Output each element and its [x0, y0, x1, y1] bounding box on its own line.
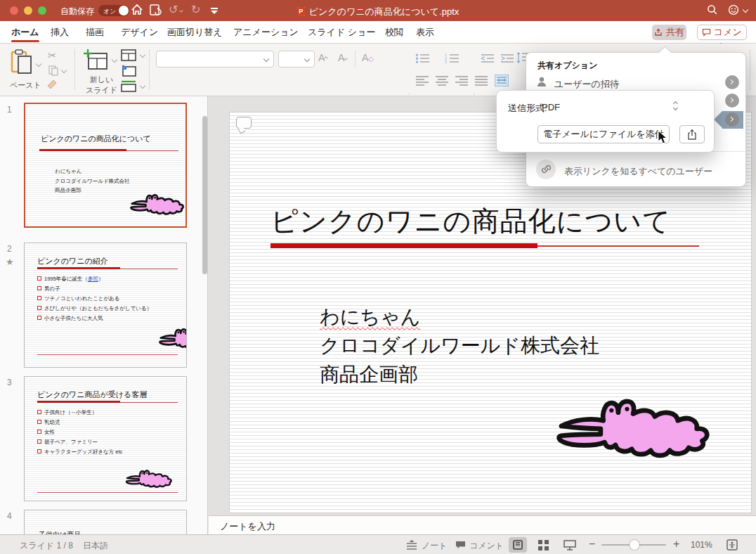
- justify-button[interactable]: [475, 76, 488, 86]
- tab-draw[interactable]: 描画: [86, 21, 104, 43]
- comment-bubble-icon[interactable]: [236, 117, 252, 129]
- zoom-out-button[interactable]: −: [589, 538, 595, 550]
- cut-icon[interactable]: ✂: [48, 49, 57, 62]
- pink-crocodile-drawing: [125, 466, 174, 489]
- zoom-level[interactable]: 101%: [691, 540, 712, 550]
- feedback-smiley-icon[interactable]: [728, 4, 739, 15]
- language-indicator[interactable]: 日本語: [83, 540, 108, 552]
- section-button[interactable]: [121, 80, 136, 92]
- notes-pane[interactable]: ノートを入力: [209, 515, 756, 534]
- slide-number: 3: [7, 378, 12, 387]
- send-format-value[interactable]: PDF: [542, 102, 560, 112]
- share-popover-title: 共有オプション: [537, 60, 597, 72]
- copy-link-chevron-button[interactable]: [725, 94, 739, 108]
- comments-button[interactable]: コメント: [697, 25, 747, 40]
- slide-subtitle[interactable]: わにちゃん クロコダイルワールド株式会社 商品企画部: [320, 302, 599, 389]
- font-size-select[interactable]: [278, 51, 315, 67]
- invite-people-row[interactable]: ユーザーの招待: [554, 78, 619, 91]
- anyone-with-link-row[interactable]: 表示リンクを知るすべてのユーザー: [564, 165, 712, 178]
- tab-slideshow[interactable]: スライド ショー: [308, 21, 375, 43]
- notes-placeholder: ノートを入力: [220, 520, 275, 533]
- reference-link[interactable]: 参照: [88, 276, 98, 282]
- paste-dropdown-chevron[interactable]: [36, 61, 41, 67]
- slide-thumbnail-panel: 1 ピンクのワニの商品化について わにちゃん クロコダイルワールド株式会社 商品…: [0, 96, 208, 534]
- copy-dropdown-chevron[interactable]: [61, 67, 67, 73]
- pink-crocodile-drawing: [129, 190, 187, 217]
- thumbnail-scrollbar[interactable]: [202, 116, 207, 274]
- tab-insert[interactable]: 挿入: [51, 21, 69, 43]
- comments-toggle-label[interactable]: コメント: [469, 540, 504, 552]
- status-bar: スライド 1 / 8 日本語 ノート コメント − + 101%: [0, 534, 756, 554]
- tab-animations[interactable]: アニメーション: [233, 21, 299, 43]
- section-chevron[interactable]: [140, 83, 145, 89]
- pink-crocodile-drawing: [158, 324, 187, 351]
- mouse-cursor: [658, 130, 670, 146]
- titlebar: 自動保存 オン ↺ ↻ ピンクのワニの商品化について.pptx: [0, 0, 756, 21]
- link-icon: [541, 165, 552, 174]
- clear-formatting-button[interactable]: A◇: [362, 52, 374, 63]
- font-name-select[interactable]: [156, 51, 274, 67]
- layout-chevron[interactable]: [140, 52, 145, 58]
- columns-button[interactable]: [495, 75, 509, 86]
- send-copy-popover: 送信形式: PDF 電子メールにファイルを添付: [496, 90, 715, 153]
- decrease-indent-button[interactable]: [481, 53, 495, 64]
- thumbnail-slide-4[interactable]: 子供向け商品: [24, 510, 187, 534]
- thumb2-title: ピンクのワニの紹介: [37, 256, 108, 266]
- new-slide-chevron[interactable]: [112, 57, 117, 63]
- normal-view-button[interactable]: [509, 537, 527, 553]
- selected-row-band-notch: [714, 111, 722, 128]
- notes-toggle-icon[interactable]: [406, 540, 417, 550]
- numbering-button[interactable]: 123: [444, 53, 460, 64]
- copy-icon[interactable]: [48, 65, 59, 76]
- align-center-button[interactable]: [436, 76, 448, 86]
- align-right-button[interactable]: [455, 76, 468, 86]
- fit-to-window-icon[interactable]: [726, 539, 738, 550]
- thumb3-bullets: 子供向け（～小学生） 乳幼児 女性 親子ペア、ファミリー キャラクターグッズ好き…: [37, 408, 122, 457]
- notes-toggle-label[interactable]: ノート: [422, 540, 448, 552]
- thumbnail-slide-1[interactable]: ピンクのワニの商品化について わにちゃん クロコダイルワールド株式会社 商品企画…: [24, 103, 187, 228]
- pink-crocodile-drawing[interactable]: [554, 387, 717, 463]
- new-slide-label: 新しいスライド: [86, 75, 117, 96]
- slide-number: 1: [7, 105, 12, 115]
- format-stepper-icon[interactable]: [672, 99, 681, 113]
- format-painter-icon[interactable]: [46, 79, 59, 90]
- shrink-font-button[interactable]: A: [338, 52, 347, 63]
- slide-sorter-view-icon[interactable]: [538, 540, 549, 550]
- paste-button[interactable]: [10, 49, 34, 76]
- slide-title[interactable]: ピンクのワニの商品化について: [271, 202, 671, 240]
- new-slide-button[interactable]: [83, 49, 108, 72]
- thumbnail-slide-3[interactable]: ピンクのワニ商品が受ける客層 子供向け（～小学生） 乳幼児 女性 親子ペア、ファ…: [24, 376, 187, 501]
- slide-counter: スライド 1 / 8: [20, 540, 73, 552]
- slideshow-view-icon[interactable]: [563, 540, 576, 550]
- reset-slide-button[interactable]: [121, 65, 136, 77]
- tab-review[interactable]: 校閲: [385, 21, 403, 43]
- slide-number: 4: [7, 511, 12, 521]
- comments-toggle-icon[interactable]: [455, 541, 466, 550]
- animation-star-icon: ★: [6, 257, 14, 267]
- grow-font-button[interactable]: A: [318, 52, 327, 63]
- thumbnail-slide-2[interactable]: ピンクのワニの紹介 1995年春に誕生（参照） 男の子 ツチノコといわれたことが…: [24, 243, 187, 368]
- tab-design[interactable]: デザイン: [121, 21, 158, 43]
- increase-indent-button[interactable]: [500, 53, 514, 64]
- bullets-button[interactable]: [416, 53, 430, 64]
- align-left-button[interactable]: [416, 76, 429, 86]
- slide-number: 2: [7, 244, 12, 254]
- tab-transitions[interactable]: 画面切り替え: [167, 21, 223, 43]
- thumb3-title: ピンクのワニ商品が受ける客層: [37, 389, 147, 400]
- zoom-slider-knob[interactable]: [630, 540, 639, 550]
- search-icon[interactable]: [707, 4, 718, 15]
- tab-view[interactable]: 表示: [416, 21, 434, 43]
- share-button[interactable]: 共有: [652, 25, 686, 40]
- tab-home[interactable]: ホーム: [11, 21, 39, 43]
- share-sheet-button[interactable]: [679, 125, 705, 143]
- send-copy-chevron-button[interactable]: [725, 112, 739, 127]
- thumb1-body: わにちゃん クロコダイルワールド株式会社 商品企画部: [55, 167, 130, 195]
- document-title: ピンクのワニの商品化について.pptx: [0, 6, 756, 18]
- link-icon-circle: [536, 160, 556, 179]
- invite-chevron-button[interactable]: [725, 75, 739, 89]
- attach-file-to-email-button[interactable]: 電子メールにファイルを添付: [537, 125, 670, 143]
- ribbon-tab-bar: ホーム 挿入 描画 デザイン 画面切り替え アニメーション スライド ショー 校…: [0, 21, 756, 44]
- thumb1-title: ピンクのワニの商品化について: [41, 134, 151, 144]
- layout-button[interactable]: [121, 49, 136, 61]
- zoom-in-button[interactable]: +: [673, 538, 679, 550]
